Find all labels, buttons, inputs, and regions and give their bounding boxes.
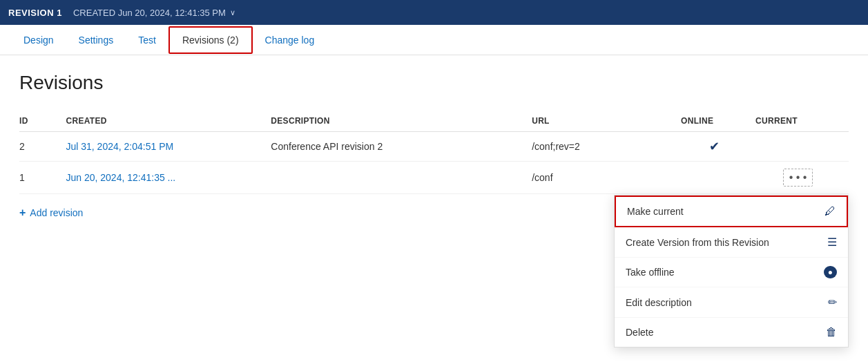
page-content: Revisions ID CREATED DESCRIPTION URL ONL… [0, 55, 868, 238]
table-row: 1 Jun 20, 2024, 12:41:35 ... /conf • • • [19, 162, 849, 194]
row1-id: 2 [19, 132, 66, 162]
revisions-table: ID CREATED DESCRIPTION URL ONLINE CURREN… [19, 111, 849, 194]
dropdown-item-edit-description[interactable]: Edit description ✏ [615, 287, 848, 318]
create-version-icon: ☰ [827, 236, 837, 249]
col-header-online: ONLINE [681, 111, 755, 132]
col-header-url: URL [532, 111, 681, 132]
row1-current [755, 132, 849, 162]
col-header-description: DESCRIPTION [271, 111, 532, 132]
make-current-icon: 🖊 [824, 205, 836, 218]
row1-created[interactable]: Jul 31, 2024, 2:04:51 PM [66, 132, 271, 162]
row1-online: ✔ [681, 132, 755, 162]
table-row: 2 Jul 31, 2024, 2:04:51 PM Conference AP… [19, 132, 849, 162]
edit-description-label: Edit description [626, 297, 692, 308]
row1-description: Conference API revision 2 [271, 132, 532, 162]
add-revision-label: Add revision [30, 207, 83, 218]
tab-changelog[interactable]: Change log [253, 28, 327, 53]
row2-online [681, 162, 755, 194]
tab-design[interactable]: Design [11, 28, 66, 53]
row2-current: • • • [755, 162, 849, 194]
dropdown-item-create-version[interactable]: Create Version from this Revision ☰ [615, 227, 848, 258]
col-header-current: CURRENT [755, 111, 849, 132]
dropdown-item-make-current[interactable]: Make current 🖊 [615, 196, 848, 227]
edit-icon: ✏ [828, 296, 837, 309]
row1-url: /conf;rev=2 [532, 132, 681, 162]
online-checkmark-icon: ✔ [709, 140, 720, 153]
revision-badge: REVISION 1 [8, 8, 62, 18]
row2-id: 1 [19, 162, 66, 194]
nav-tabs: Design Settings Test Revisions (2) Chang… [0, 25, 868, 55]
chevron-down-icon[interactable]: ∨ [230, 8, 235, 17]
row2-url: /conf [532, 162, 681, 194]
page-title: Revisions [19, 72, 849, 94]
row2-created[interactable]: Jun 20, 2024, 12:41:35 ... [66, 162, 271, 194]
create-version-label: Create Version from this Revision [626, 237, 769, 248]
tab-settings[interactable]: Settings [66, 28, 126, 53]
col-header-id: ID [19, 111, 66, 132]
dropdown-item-delete[interactable]: Delete 🗑 [615, 318, 848, 347]
plus-icon: + [19, 207, 26, 219]
col-header-created: CREATED [66, 111, 271, 132]
row2-description [271, 162, 532, 194]
make-current-label: Make current [627, 206, 684, 217]
tab-revisions[interactable]: Revisions (2) [168, 26, 253, 54]
delete-label: Delete [626, 327, 653, 338]
created-info: CREATED Jun 20, 2024, 12:41:35 PM ∨ [73, 8, 235, 18]
header-bar: REVISION 1 CREATED Jun 20, 2024, 12:41:3… [0, 0, 868, 25]
row2-dots-button[interactable]: • • • [783, 169, 813, 187]
take-offline-label: Take offline [626, 267, 675, 278]
created-text: CREATED Jun 20, 2024, 12:41:35 PM [73, 8, 226, 18]
dropdown-item-take-offline[interactable]: Take offline ● [615, 258, 848, 287]
tab-test[interactable]: Test [126, 28, 168, 53]
delete-icon: 🗑 [826, 326, 837, 339]
toggle-icon[interactable]: ● [824, 266, 837, 278]
dropdown-menu: Make current 🖊 Create Version from this … [614, 195, 849, 347]
